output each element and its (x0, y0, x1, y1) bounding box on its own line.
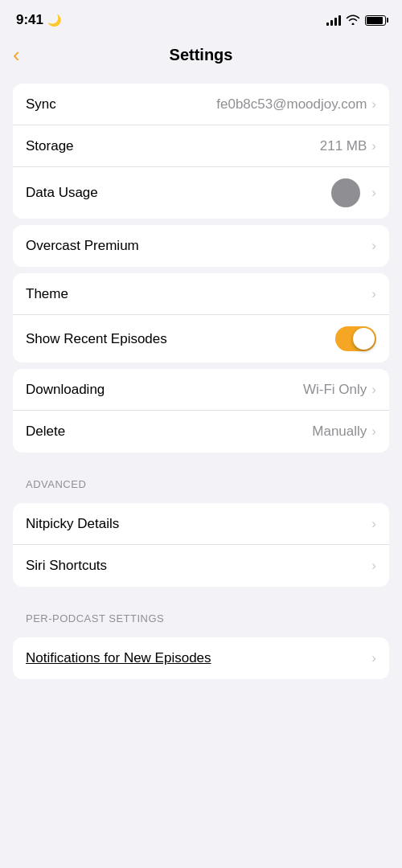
theme-right: › (371, 286, 376, 302)
delete-value: Manually (312, 424, 367, 440)
chevron-icon: › (371, 516, 376, 532)
chevron-icon: › (371, 238, 376, 254)
chevron-icon: › (371, 138, 376, 154)
delete-label: Delete (26, 424, 65, 440)
battery-icon (365, 15, 386, 26)
overcast-premium-label: Overcast Premium (26, 238, 139, 254)
nitpicky-right: › (371, 516, 376, 532)
status-time: 9:41 (16, 12, 43, 28)
chevron-icon: › (371, 650, 376, 666)
per-podcast-section-header: PER-PODCAST SETTINGS (0, 593, 402, 631)
data-usage-row[interactable]: Data Usage › (13, 167, 389, 219)
downloading-right: Wi-Fi Only › (303, 382, 376, 398)
sync-value: fe0b8c53@moodjoy.com (216, 96, 367, 113)
chevron-icon: › (371, 185, 376, 201)
chevron-icon: › (371, 424, 376, 440)
sync-label: Sync (26, 96, 56, 113)
theme-row[interactable]: Theme › (13, 273, 389, 315)
show-recent-episodes-right (335, 326, 376, 351)
downloading-row[interactable]: Downloading Wi-Fi Only › (13, 369, 389, 411)
delete-row[interactable]: Delete Manually › (13, 411, 389, 452)
storage-row[interactable]: Storage 211 MB › (13, 125, 389, 167)
downloading-value: Wi-Fi Only (303, 382, 367, 398)
status-bar: 9:41 🌙 (0, 0, 402, 35)
siri-shortcuts-label: Siri Shortcuts (26, 558, 107, 574)
toggle-knob (353, 328, 375, 350)
sync-right: fe0b8c53@moodjoy.com › (216, 96, 376, 113)
notifications-new-episodes-row[interactable]: Notifications for New Episodes › (13, 637, 389, 679)
data-usage-icon (331, 178, 360, 207)
advanced-section: Nitpicky Details › Siri Shortcuts › (13, 503, 389, 587)
back-button[interactable]: ‹ (13, 44, 20, 65)
nav-header: ‹ Settings (0, 35, 402, 77)
theme-label: Theme (26, 286, 68, 302)
sync-row[interactable]: Sync fe0b8c53@moodjoy.com › (13, 84, 389, 125)
chevron-icon: › (371, 558, 376, 574)
notifications-new-episodes-label: Notifications for New Episodes (26, 650, 211, 666)
show-recent-episodes-label: Show Recent Episodes (26, 331, 167, 347)
storage-right: 211 MB › (320, 138, 376, 154)
downloading-label: Downloading (26, 382, 105, 398)
advanced-section-header: ADVANCED (0, 459, 402, 497)
status-icons (326, 14, 386, 27)
nitpicky-details-label: Nitpicky Details (26, 516, 119, 532)
account-section: Sync fe0b8c53@moodjoy.com › Storage 211 … (13, 84, 389, 219)
siri-right: › (371, 558, 376, 574)
chevron-icon: › (371, 96, 376, 113)
overcast-premium-row[interactable]: Overcast Premium › (13, 225, 389, 267)
wifi-icon (346, 14, 360, 27)
nitpicky-details-row[interactable]: Nitpicky Details › (13, 503, 389, 545)
data-usage-right: › (331, 178, 376, 207)
moon-icon: 🌙 (47, 14, 61, 27)
premium-section: Overcast Premium › (13, 225, 389, 267)
page-title: Settings (170, 46, 233, 64)
per-podcast-section: Notifications for New Episodes › (13, 637, 389, 679)
show-recent-episodes-toggle[interactable] (335, 326, 376, 351)
appearance-section: Theme › Show Recent Episodes (13, 273, 389, 362)
delete-right: Manually › (312, 424, 376, 440)
chevron-icon: › (371, 286, 376, 302)
premium-right: › (371, 238, 376, 254)
data-usage-label: Data Usage (26, 185, 98, 201)
chevron-icon: › (371, 382, 376, 398)
notifications-right: › (371, 650, 376, 666)
signal-icon (326, 14, 341, 26)
storage-label: Storage (26, 138, 74, 154)
storage-value: 211 MB (320, 138, 367, 154)
show-recent-episodes-row: Show Recent Episodes (13, 315, 389, 362)
downloading-section: Downloading Wi-Fi Only › Delete Manually… (13, 369, 389, 452)
siri-shortcuts-row[interactable]: Siri Shortcuts › (13, 545, 389, 587)
